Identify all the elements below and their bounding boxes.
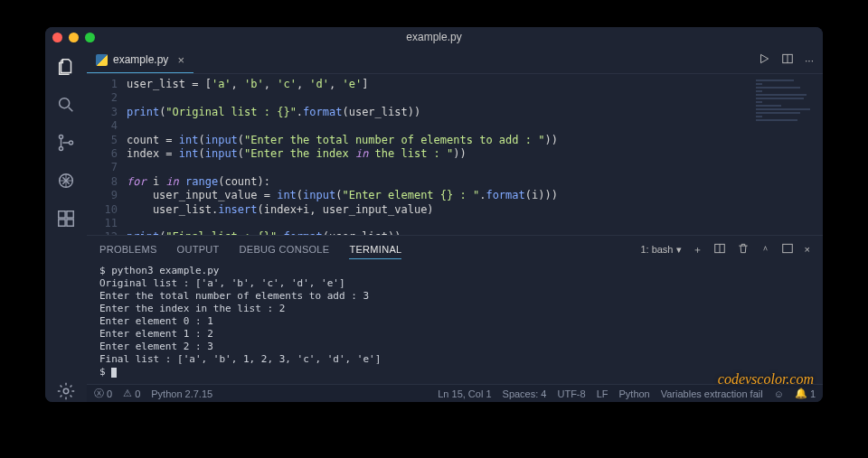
watermark: codevscolor.com: [718, 371, 814, 388]
search-icon[interactable]: [55, 94, 77, 116]
svg-rect-12: [782, 244, 792, 252]
editor-tabs: example.py × ···: [87, 47, 823, 74]
new-terminal-icon[interactable]: ＋: [693, 243, 703, 257]
tab-example-py[interactable]: example.py ×: [87, 47, 193, 73]
window-title: example.py: [45, 31, 823, 43]
status-bar: ⓧ 0 ⚠ 0 Python 2.7.15 Ln 15, Col 1 Space…: [87, 384, 823, 402]
close-tab-icon[interactable]: ×: [177, 53, 184, 67]
kill-terminal-icon[interactable]: [737, 242, 750, 257]
svg-rect-7: [59, 220, 65, 226]
svg-rect-6: [67, 211, 73, 218]
status-encoding[interactable]: UTF-8: [557, 388, 585, 399]
panel-tab-output[interactable]: OUTPUT: [177, 244, 220, 255]
maximize-panel-icon[interactable]: ＾: [760, 243, 770, 257]
panel-tab-terminal[interactable]: TERMINAL: [349, 244, 401, 259]
more-actions-icon[interactable]: ···: [805, 54, 814, 67]
run-icon[interactable]: [758, 52, 770, 68]
svg-point-1: [59, 136, 62, 139]
split-editor-icon[interactable]: [781, 52, 794, 68]
python-file-icon: [96, 54, 108, 66]
vscode-window: example.py example.py ×: [45, 27, 823, 402]
status-eol[interactable]: LF: [597, 388, 609, 399]
terminal-output[interactable]: $ python3 example.py Original list : ['a…: [87, 263, 823, 384]
status-feedback-icon[interactable]: ☺: [774, 388, 784, 399]
status-errors[interactable]: ⓧ 0: [94, 387, 112, 400]
code-editor[interactable]: 12345678910111213 user_list = ['a', 'b',…: [87, 74, 823, 235]
status-language[interactable]: Python: [618, 388, 649, 399]
status-extra[interactable]: Variables extraction fail: [661, 388, 763, 399]
code-content[interactable]: user_list = ['a', 'b', 'c', 'd', 'e'] pr…: [127, 74, 823, 235]
settings-gear-icon[interactable]: [55, 380, 77, 402]
status-python-version[interactable]: Python 2.7.15: [151, 388, 212, 399]
minimap[interactable]: [756, 78, 819, 177]
status-indentation[interactable]: Spaces: 4: [503, 388, 547, 399]
source-control-icon[interactable]: [55, 132, 77, 154]
terminal-selector[interactable]: 1: bash ▾: [640, 244, 681, 256]
svg-point-9: [63, 388, 69, 394]
status-warnings[interactable]: ⚠ 0: [123, 388, 140, 399]
bottom-panel: PROBLEMS OUTPUT DEBUG CONSOLE TERMINAL 1…: [87, 235, 823, 384]
svg-point-3: [69, 141, 72, 145]
panel-tab-debug[interactable]: DEBUG CONSOLE: [240, 244, 330, 255]
panel-tab-problems[interactable]: PROBLEMS: [99, 244, 157, 255]
svg-point-0: [60, 98, 70, 108]
activity-bar: [45, 47, 87, 402]
tab-filename: example.py: [113, 53, 168, 66]
line-number-gutter: 12345678910111213: [87, 74, 127, 235]
split-terminal-icon[interactable]: [713, 242, 726, 257]
status-notifications-icon[interactable]: 🔔 1: [795, 388, 816, 399]
titlebar: example.py: [45, 27, 823, 47]
status-cursor-position[interactable]: Ln 15, Col 1: [438, 388, 491, 399]
svg-rect-5: [59, 211, 65, 218]
toggle-panel-icon[interactable]: [781, 242, 794, 257]
debug-icon[interactable]: [55, 170, 77, 192]
svg-rect-8: [67, 220, 73, 226]
explorer-icon[interactable]: [55, 56, 77, 78]
extensions-icon[interactable]: [55, 208, 77, 229]
close-panel-icon[interactable]: ×: [805, 244, 810, 255]
svg-point-2: [59, 146, 62, 150]
